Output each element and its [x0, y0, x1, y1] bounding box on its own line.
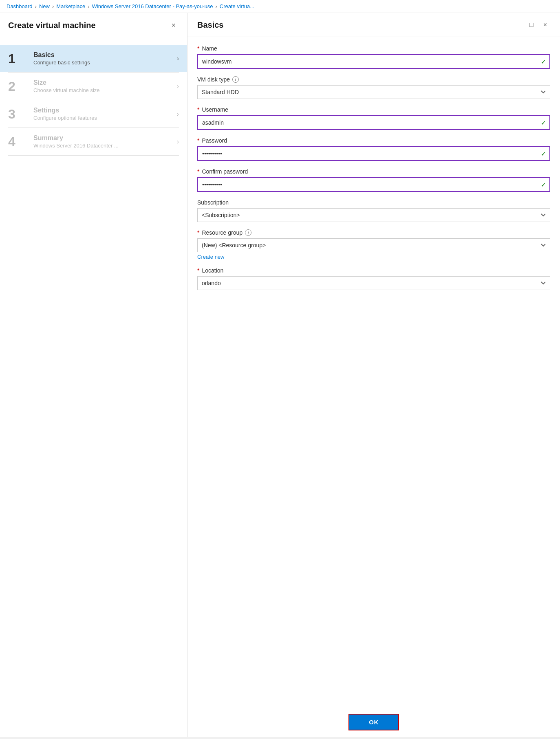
step-4[interactable]: 4 Summary Windows Server 2016 Datacenter…	[0, 128, 187, 155]
vm-disk-type-info-icon[interactable]: i	[232, 76, 239, 83]
step-3-desc: Configure optional features	[33, 115, 177, 121]
right-panel-header: Basics □ ×	[187, 13, 560, 37]
step-4-chevron: ›	[177, 138, 179, 145]
username-check-icon: ✓	[541, 119, 546, 127]
location-label-text: Location	[202, 267, 223, 274]
password-input[interactable]	[197, 146, 550, 161]
location-label: * Location	[197, 267, 550, 274]
breadcrumb-sep-2: ›	[52, 3, 54, 9]
step-2-desc: Choose virtual machine size	[33, 87, 177, 93]
subscription-label: Subscription	[197, 199, 550, 206]
step-4-content: Summary Windows Server 2016 Datacenter .…	[33, 134, 177, 149]
resource-group-select[interactable]: (New) <Resource group>	[197, 238, 550, 252]
step-1-chevron: ›	[177, 55, 179, 62]
bottom-bar: OK	[187, 707, 560, 737]
vm-disk-type-select[interactable]: Standard HDD Standard SSD Premium SSD	[197, 85, 550, 99]
name-field: * Name ✓	[197, 45, 550, 69]
confirm-password-field: * Confirm password ✓	[197, 168, 550, 192]
left-panel-title: Create virtual machine	[8, 21, 96, 30]
name-required-star: *	[197, 45, 199, 52]
confirm-password-input[interactable]	[197, 177, 550, 192]
breadcrumb-marketplace[interactable]: Marketplace	[56, 3, 85, 9]
main-container: Create virtual machine × 1 Basics Config…	[0, 13, 560, 737]
breadcrumb-new[interactable]: New	[39, 3, 50, 9]
breadcrumb: Dashboard › New › Marketplace › Windows …	[0, 0, 560, 13]
name-input-wrapper: ✓	[197, 54, 550, 69]
step-2-number: 2	[8, 80, 29, 93]
location-required-star: *	[197, 267, 199, 274]
subscription-select[interactable]: <Subscription>	[197, 208, 550, 222]
resource-group-label-text: Resource group	[202, 229, 243, 236]
step-4-desc: Windows Server 2016 Datacenter ...	[33, 143, 177, 149]
left-panel-header: Create virtual machine ×	[0, 13, 187, 38]
confirm-password-check-icon: ✓	[541, 181, 546, 189]
right-panel-title: Basics	[197, 20, 224, 30]
breadcrumb-sep-3: ›	[88, 3, 89, 9]
username-label-text: Username	[202, 106, 228, 113]
create-new-link[interactable]: Create new	[197, 254, 224, 260]
form-container: * Name ✓ VM disk type i Standard HDD Sta…	[187, 37, 560, 707]
subscription-label-text: Subscription	[197, 199, 229, 206]
password-label: * Password	[197, 137, 550, 144]
confirm-password-label-text: Confirm password	[202, 168, 248, 175]
resource-group-label: * Resource group i	[197, 229, 550, 236]
step-4-number: 4	[8, 135, 29, 148]
password-input-wrapper: ✓	[197, 146, 550, 161]
confirm-password-label: * Confirm password	[197, 168, 550, 175]
breadcrumb-sep-1: ›	[35, 3, 37, 9]
step-divider-4	[8, 155, 179, 156]
step-2[interactable]: 2 Size Choose virtual machine size ›	[0, 73, 187, 100]
step-3-chevron: ›	[177, 110, 179, 118]
password-check-icon: ✓	[541, 150, 546, 158]
step-3[interactable]: 3 Settings Configure optional features ›	[0, 100, 187, 128]
step-2-title: Size	[33, 79, 177, 86]
breadcrumb-create[interactable]: Create virtua...	[220, 3, 254, 9]
vm-disk-type-label: VM disk type i	[197, 76, 550, 83]
breadcrumb-sep-4: ›	[215, 3, 217, 9]
password-field: * Password ✓	[197, 137, 550, 161]
username-input[interactable]	[197, 115, 550, 130]
vm-disk-type-field: VM disk type i Standard HDD Standard SSD…	[197, 76, 550, 99]
right-panel: Basics □ × * Name ✓ VM dis	[187, 13, 560, 737]
left-panel-close-button[interactable]: ×	[168, 20, 179, 31]
breadcrumb-dashboard[interactable]: Dashboard	[7, 3, 33, 9]
name-label-text: Name	[202, 45, 217, 52]
vm-disk-type-label-text: VM disk type	[197, 76, 230, 83]
username-label: * Username	[197, 106, 550, 113]
step-2-content: Size Choose virtual machine size	[33, 79, 177, 93]
username-input-wrapper: ✓	[197, 115, 550, 130]
name-label: * Name	[197, 45, 550, 52]
ok-button[interactable]: OK	[348, 714, 399, 730]
name-check-icon: ✓	[541, 58, 546, 66]
step-3-title: Settings	[33, 107, 177, 114]
breadcrumb-product[interactable]: Windows Server 2016 Datacenter - Pay-as-…	[92, 3, 213, 9]
password-required-star: *	[197, 137, 199, 144]
resource-group-info-icon[interactable]: i	[245, 229, 251, 236]
resource-group-field: * Resource group i (New) <Resource group…	[197, 229, 550, 260]
step-1-desc: Configure basic settings	[33, 59, 177, 66]
confirm-password-input-wrapper: ✓	[197, 177, 550, 192]
step-3-number: 3	[8, 108, 29, 121]
location-select[interactable]: orlando	[197, 276, 550, 290]
subscription-field: Subscription <Subscription>	[197, 199, 550, 222]
step-1-title: Basics	[33, 51, 177, 59]
password-label-text: Password	[202, 137, 227, 144]
resource-group-required-star: *	[197, 229, 199, 236]
steps-container: 1 Basics Configure basic settings › 2 Si…	[0, 38, 187, 737]
maximize-button[interactable]: □	[526, 20, 537, 30]
confirm-password-required-star: *	[197, 168, 199, 175]
step-2-chevron: ›	[177, 83, 179, 90]
step-1[interactable]: 1 Basics Configure basic settings ›	[0, 45, 187, 72]
left-panel: Create virtual machine × 1 Basics Config…	[0, 13, 187, 737]
username-field: * Username ✓	[197, 106, 550, 130]
step-1-content: Basics Configure basic settings	[33, 51, 177, 66]
location-field: * Location orlando	[197, 267, 550, 290]
right-panel-close-button[interactable]: ×	[540, 20, 550, 30]
name-input[interactable]	[197, 54, 550, 69]
step-3-content: Settings Configure optional features	[33, 107, 177, 121]
step-4-title: Summary	[33, 134, 177, 142]
username-required-star: *	[197, 106, 199, 113]
step-1-number: 1	[8, 52, 29, 65]
right-panel-actions: □ ×	[526, 20, 550, 30]
